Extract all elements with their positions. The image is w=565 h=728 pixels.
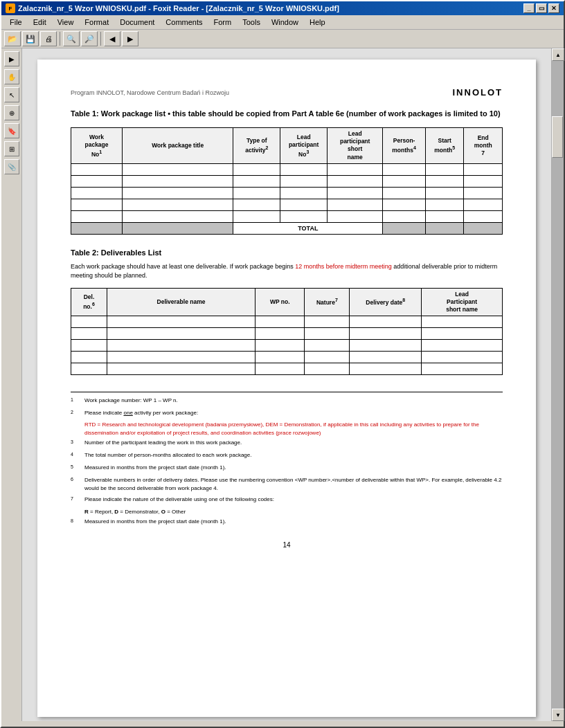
zoom-tool-btn[interactable]: ⊕: [4, 105, 19, 120]
table1-title: Table 1: Work package list • this table …: [71, 109, 503, 119]
toolbar-next-btn[interactable]: ▶: [122, 31, 138, 46]
work-package-table: WorkpackageNo1 Work package title Type o…: [71, 127, 503, 234]
cell-lead-short: [328, 210, 383, 222]
table-row: [71, 351, 503, 363]
del-delivery-date: [350, 327, 422, 339]
brand-label: INNOLOT: [453, 87, 503, 98]
scroll-track[interactable]: [552, 61, 564, 709]
left-panel: ▶ ✋ ↖ ⊕ 🔖 ⊞ 📎: [1, 48, 22, 721]
del-wp-no: [255, 351, 305, 363]
del-name: [107, 327, 255, 339]
app-icon: F: [6, 3, 15, 13]
close-button[interactable]: ✕: [548, 3, 559, 13]
minimize-button[interactable]: _: [523, 3, 535, 13]
scroll-down-button[interactable]: ▼: [552, 709, 564, 721]
footnote-2: 2 Please indicate one activity per work …: [71, 409, 503, 419]
col-header-delivery: Delivery date8: [350, 288, 422, 316]
menu-bar: File Edit View Format Document Comments …: [1, 15, 564, 30]
footnote-underline: one: [123, 410, 132, 416]
del-lead-short: [422, 316, 503, 327]
hand-tool-btn[interactable]: ✋: [4, 69, 19, 84]
pdf-page: Program INNOLOT, Narodowe Centrum Badań …: [37, 60, 536, 717]
pages-btn[interactable]: ⊞: [4, 141, 19, 156]
del-nature: [305, 339, 350, 351]
menu-help[interactable]: Help: [304, 17, 331, 28]
toolbar-save-btn[interactable]: 💾: [22, 31, 39, 46]
scroll-up-button[interactable]: ▲: [552, 48, 564, 61]
footnote-text-6: Deliverable numbers in order of delivery…: [84, 476, 503, 493]
total-label-cell: TOTAL: [233, 222, 383, 234]
menu-view[interactable]: View: [52, 17, 80, 28]
del-no: [71, 316, 107, 327]
menu-comments[interactable]: Comments: [160, 17, 208, 28]
cell-wp-no: [71, 187, 123, 199]
total-person-months: [383, 222, 426, 234]
cell-start-month: [425, 163, 464, 175]
cell-wp-no: [71, 210, 123, 222]
cell-wp-no: [71, 163, 123, 175]
menu-edit[interactable]: Edit: [28, 17, 52, 28]
cell-lead-no: [280, 187, 328, 199]
page-number: 14: [71, 541, 503, 549]
col-header-person-months: Person-months4: [383, 128, 426, 163]
cell-type: [233, 199, 280, 210]
menu-document[interactable]: Document: [114, 17, 160, 28]
cell-type: [233, 187, 280, 199]
col-header-start-month: Startmonth5: [425, 128, 464, 163]
cell-wp-title: [123, 199, 233, 210]
cell-wp-title: [123, 163, 233, 175]
content-area[interactable]: Program INNOLOT, Narodowe Centrum Badań …: [22, 48, 551, 721]
select-tool-btn[interactable]: ↖: [4, 87, 19, 102]
cell-end-month: [464, 163, 503, 175]
nav-arrow-btn[interactable]: ▶: [4, 51, 19, 66]
del-no: [71, 363, 107, 374]
footnote-num-6: 6: [71, 476, 79, 493]
toolbar-prev-btn[interactable]: ◀: [104, 31, 120, 46]
cell-end-month: [464, 199, 503, 210]
footnotes-section: 1 Work package number: WP 1 – WP n. 2 Pl…: [71, 392, 503, 527]
window-controls[interactable]: _ ▭ ✕: [523, 3, 559, 13]
title-bar: F Zalacznik_nr_5 Wzor WNIOSKU.pdf - Foxi…: [1, 1, 564, 15]
cell-wp-title: [123, 175, 233, 187]
footnote-text-7: Please indicate the nature of the delive…: [84, 495, 503, 505]
cell-lead-short: [328, 175, 383, 187]
toolbar-open-btn[interactable]: 📂: [4, 31, 21, 46]
footnote-8: 8 Measured in months from the project st…: [71, 518, 503, 527]
menu-window[interactable]: Window: [266, 17, 304, 28]
cell-wp-no: [71, 199, 123, 210]
cell-type: [233, 210, 280, 222]
table2-description: Each work package should have at least o…: [71, 262, 503, 281]
cell-start-month: [425, 187, 464, 199]
table-row: [71, 175, 503, 187]
restore-button[interactable]: ▭: [536, 3, 547, 13]
bookmark-btn[interactable]: 🔖: [4, 123, 19, 138]
menu-format[interactable]: Format: [79, 17, 114, 28]
del-delivery-date: [350, 339, 422, 351]
del-name: [107, 339, 255, 351]
menu-tools[interactable]: Tools: [237, 17, 266, 28]
toolbar: 📂 💾 🖨 🔍 🔎 ◀ ▶: [1, 30, 564, 48]
col-header-lead-short2: LeadParticipantshort name: [422, 288, 503, 316]
toolbar-zoom-in-btn[interactable]: 🔍: [63, 31, 80, 46]
del-delivery-date: [350, 316, 422, 327]
page-header: Program INNOLOT, Narodowe Centrum Badań …: [71, 87, 503, 98]
footnote-1: 1 Work package number: WP 1 – WP n.: [71, 397, 503, 406]
cell-wp-title: [123, 210, 233, 222]
menu-file[interactable]: File: [4, 17, 28, 28]
cell-person-months: [383, 175, 426, 187]
attach-btn[interactable]: 📎: [4, 159, 19, 174]
footnote-7: 7 Please indicate the nature of the deli…: [71, 495, 503, 505]
total-cell-2: [123, 222, 233, 234]
del-nature: [305, 363, 350, 374]
del-nature: [305, 316, 350, 327]
scrollbar[interactable]: ▲ ▼: [551, 48, 564, 721]
col-header-wp-no2: WP no.: [255, 288, 305, 316]
footnote-4: 4 The total number of person-months allo…: [71, 451, 503, 461]
col-header-del-no: Del.no.6: [71, 288, 107, 316]
toolbar-zoom-out-btn[interactable]: 🔎: [81, 31, 98, 46]
scroll-thumb[interactable]: [552, 116, 563, 158]
del-delivery-date: [350, 363, 422, 374]
toolbar-print-btn[interactable]: 🖨: [40, 31, 57, 46]
cell-end-month: [464, 210, 503, 222]
menu-form[interactable]: Form: [208, 17, 237, 28]
